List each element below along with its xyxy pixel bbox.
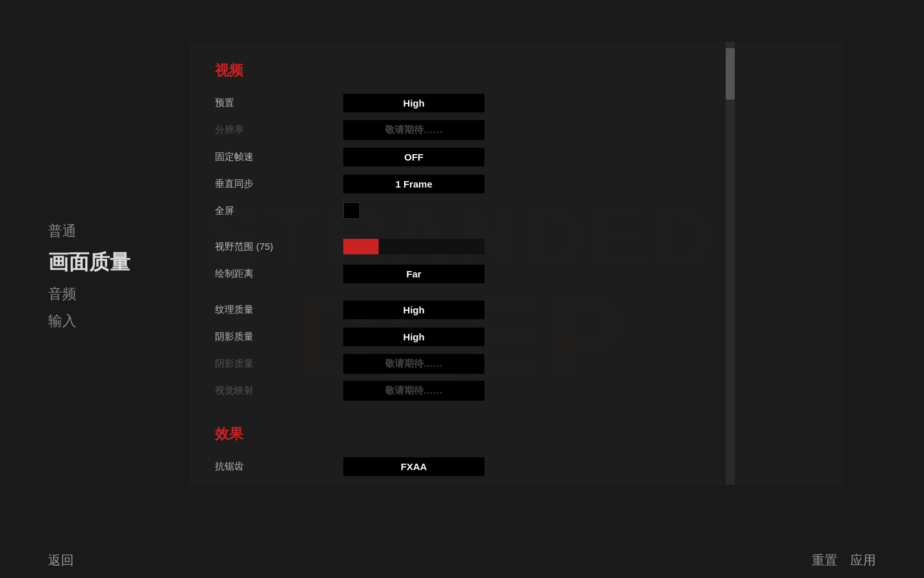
slider-empty-fov xyxy=(379,239,484,254)
apply-button[interactable]: 应用 xyxy=(850,552,876,569)
label-resolution: 分辨率 xyxy=(215,124,343,136)
label-fov: 视野范围 (75) xyxy=(215,241,343,253)
control-preset: High xyxy=(343,94,818,112)
control-draw-dist: Far xyxy=(343,265,818,283)
control-texture-quality: High xyxy=(343,301,818,319)
checkbox-fullscreen[interactable] xyxy=(343,202,360,219)
label-preset: 预置 xyxy=(215,97,343,109)
dropdown-draw-dist[interactable]: Far xyxy=(343,265,484,283)
control-vsync: 1 Frame xyxy=(343,175,818,193)
label-fullscreen: 全屏 xyxy=(215,205,343,217)
control-shadow-quality: High xyxy=(343,328,818,346)
dropdown-reflection: 敬请期待…… xyxy=(343,381,484,401)
slider-fov[interactable] xyxy=(343,239,484,254)
label-vsync: 垂直同步 xyxy=(215,178,343,190)
dropdown-texture-quality[interactable]: High xyxy=(343,301,484,319)
control-resolution: 敬请期待…… xyxy=(343,120,818,140)
bottom-bar: 返回 重置 应用 xyxy=(0,543,924,578)
slider-fill-fov xyxy=(343,239,379,254)
label-draw-dist: 绘制距离 xyxy=(215,268,343,280)
dropdown-preset[interactable]: High xyxy=(343,94,484,112)
control-shadow-amt: 敬请期待…… xyxy=(343,354,818,374)
control-fullscreen xyxy=(343,202,818,219)
label-antialiasing: 抗锯齿 xyxy=(215,460,343,473)
main-panel: 视频 预置 High 分辨率 敬请期待…… 固定帧速 OFF 垂直同步 1 Fr… xyxy=(189,42,844,485)
sidebar-item-graphics[interactable]: 画面质量 xyxy=(48,249,186,277)
bottom-right-buttons: 重置 应用 xyxy=(812,552,876,569)
scrollbar-thumb[interactable] xyxy=(726,48,735,100)
back-button[interactable]: 返回 xyxy=(48,552,74,569)
scrollbar[interactable] xyxy=(726,42,735,485)
dropdown-fixed-fps[interactable]: OFF xyxy=(343,148,484,166)
dropdown-resolution: 敬请期待…… xyxy=(343,120,484,140)
label-reflection: 视觉映射 xyxy=(215,385,343,397)
control-fixed-fps: OFF xyxy=(343,148,818,166)
control-fov xyxy=(343,239,818,254)
reset-button[interactable]: 重置 xyxy=(812,552,837,569)
dropdown-shadow-quality[interactable]: High xyxy=(343,328,484,346)
sidebar-item-input[interactable]: 输入 xyxy=(48,311,186,331)
dropdown-antialiasing[interactable]: FXAA xyxy=(343,457,484,476)
control-reflection: 敬请期待…… xyxy=(343,381,818,401)
label-texture-quality: 纹理质量 xyxy=(215,304,343,316)
dropdown-vsync[interactable]: 1 Frame xyxy=(343,175,484,193)
label-fixed-fps: 固定帧速 xyxy=(215,151,343,163)
sidebar-item-general[interactable]: 普通 xyxy=(48,222,186,241)
label-shadow-quality: 阴影质量 xyxy=(215,331,343,343)
dropdown-shadow-amt: 敬请期待…… xyxy=(343,354,484,374)
label-shadow-amt: 阴影质量 xyxy=(215,358,343,370)
control-antialiasing: FXAA xyxy=(343,457,818,476)
sidebar-item-audio[interactable]: 音频 xyxy=(48,285,186,304)
sidebar: 普通 画面质量 音频 输入 xyxy=(0,0,186,552)
